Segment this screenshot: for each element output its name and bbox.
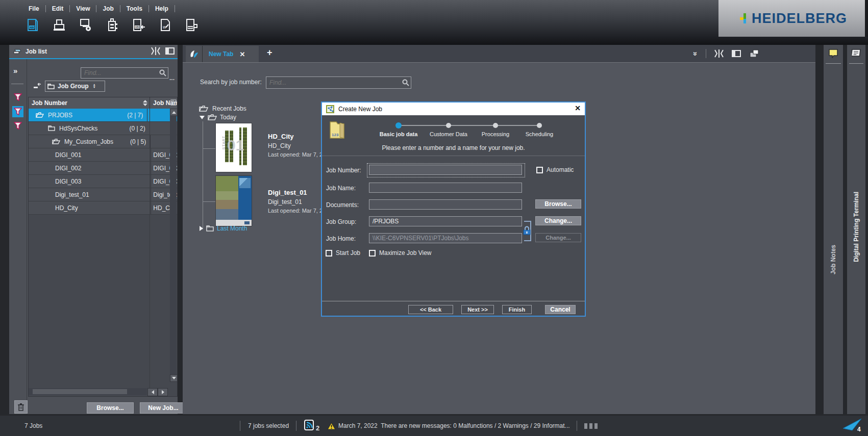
job-name-input[interactable] <box>369 183 522 193</box>
tab-new-tab[interactable]: New Tab ✕ <box>203 46 259 62</box>
collapse-panel-icon[interactable] <box>151 47 160 55</box>
tree-collapse-icon[interactable] <box>33 83 42 90</box>
documents-input[interactable] <box>369 199 522 210</box>
menu-view[interactable]: View <box>70 4 96 13</box>
browse-button[interactable]: Browse... <box>87 402 134 414</box>
maximize-job-view-option[interactable]: Maximize Job View <box>369 249 431 257</box>
filter-selected-icon[interactable] <box>12 106 23 117</box>
tab-close-icon[interactable]: ✕ <box>239 50 245 58</box>
search-icon[interactable] <box>402 79 409 86</box>
system-settings-icon[interactable] <box>79 17 93 34</box>
lock-icon[interactable] <box>523 226 531 235</box>
create-new-job-dialog: Create New Job ✕ 123 Basic job data Cust… <box>321 101 586 317</box>
brand-panel: HEIDELBERG <box>718 0 865 37</box>
column-job-number[interactable]: Job Number <box>29 97 150 109</box>
spinner-arrows-icon[interactable]: ▲▼ <box>93 84 96 89</box>
table-row[interactable]: HdSysChecks(0 | 2) <box>29 122 177 135</box>
job-group-input[interactable] <box>369 216 522 226</box>
device-icon[interactable] <box>105 17 119 34</box>
group-by-dropdown[interactable]: Job Group ▲▼ <box>45 81 105 92</box>
dialog-title-bar[interactable]: Create New Job ✕ <box>322 102 585 115</box>
column-job-name[interactable]: Job Name <box>150 97 177 109</box>
job-list-icon <box>13 48 21 55</box>
start-job-option[interactable]: Start Job <box>326 249 360 257</box>
new-job-icon[interactable]: ABC <box>26 17 40 34</box>
terminal-card-icon[interactable] <box>852 49 861 57</box>
terminal-side-tab[interactable]: Digital Printing Terminal <box>847 45 865 414</box>
status-message[interactable]: March 7, 2022 There are new messages: 0 … <box>338 422 570 429</box>
job-list-search-input[interactable] <box>81 67 168 79</box>
tab-label: New Tab <box>209 50 233 58</box>
overflow-indicator[interactable]: ... <box>169 74 175 82</box>
window-edge <box>865 0 868 37</box>
table-row[interactable]: HD_City HD_City <box>29 201 177 215</box>
search-icon[interactable] <box>159 69 166 76</box>
scrollbar-thumb[interactable] <box>33 389 127 394</box>
menu-edit[interactable]: Edit <box>46 4 70 13</box>
job-home-input <box>369 233 522 243</box>
import-job-icon[interactable]: ABC <box>132 17 146 34</box>
print-icon[interactable] <box>52 17 66 34</box>
expanded-arrow-icon[interactable] <box>200 116 205 119</box>
next-button[interactable]: Next >> <box>461 305 494 314</box>
recent-job-title[interactable]: Digi_test_01 <box>268 189 307 196</box>
scroll-left-icon[interactable] <box>147 388 158 396</box>
sticky-note-icon[interactable] <box>829 49 838 58</box>
cancel-button[interactable]: Cancel <box>545 305 576 314</box>
filter-icon[interactable] <box>12 120 23 132</box>
filter-icon[interactable] <box>12 92 23 103</box>
horizontal-scrollbar[interactable] <box>29 388 147 395</box>
delete-job-button[interactable] <box>14 400 28 414</box>
table-row[interactable]: DIGI_002 DIGI_002 <box>29 162 177 175</box>
maximize-job-view-checkbox[interactable] <box>369 250 376 257</box>
column-settings-icon[interactable] <box>170 99 177 106</box>
table-row[interactable]: PRJOBS(2 | 7) <box>29 109 177 122</box>
automatic-option[interactable]: Automatic <box>536 166 574 173</box>
table-row[interactable]: My_Custom_Jobs(0 | 5) <box>29 135 177 148</box>
collapse-panel-icon[interactable] <box>714 49 724 58</box>
table-row[interactable]: Digi_test_01 Digi_test_01 <box>29 188 177 201</box>
dialog-close-icon[interactable]: ✕ <box>575 104 581 112</box>
table-row[interactable]: DIGI_003 DIGI_003 <box>29 175 177 188</box>
float-panel-icon[interactable] <box>749 49 759 58</box>
jobs-selected: 7 jobs selected <box>248 422 289 429</box>
table-row[interactable]: DIGI_001 DIGI_001 <box>29 148 177 162</box>
status-grip-icon[interactable] <box>584 423 598 429</box>
menu-help[interactable]: Help <box>149 4 175 13</box>
sort-icon[interactable] <box>143 100 147 106</box>
scroll-down-icon[interactable] <box>170 374 178 382</box>
automatic-checkbox[interactable] <box>536 167 543 173</box>
home-tab[interactable] <box>186 46 203 62</box>
job-thumbnail-digi-test[interactable] <box>216 176 252 226</box>
finish-button[interactable]: Finish <box>502 305 532 314</box>
back-button[interactable]: << Back <box>408 305 453 314</box>
job-number-input[interactable] <box>369 165 522 175</box>
messages-icon[interactable] <box>304 420 315 432</box>
start-job-checkbox[interactable] <box>326 250 332 257</box>
add-tab-icon[interactable]: + <box>267 47 272 58</box>
dock-panel-icon[interactable] <box>732 49 741 58</box>
dock-panel-icon[interactable] <box>165 47 175 55</box>
badge-count: 4 <box>857 426 861 432</box>
sequence-icon[interactable] <box>185 17 199 34</box>
collapsed-arrow-icon[interactable] <box>200 226 203 231</box>
job-ticket-icon[interactable]: w <box>158 17 172 34</box>
last-month-node[interactable]: Last Month <box>200 225 247 232</box>
menu-tools[interactable]: Tools <box>120 4 148 13</box>
recent-jobs-node[interactable]: Recent Jobs <box>199 105 246 112</box>
documents-browse-button[interactable]: Browse... <box>535 199 581 209</box>
job-number-search-input[interactable] <box>266 76 411 89</box>
expand-rail-icon[interactable]: » <box>13 66 17 75</box>
job-notes-side-tab[interactable]: Job Notes <box>824 45 843 414</box>
vertical-scrollbar[interactable] <box>170 115 177 374</box>
recent-job-title[interactable]: HD_City <box>268 133 294 140</box>
job-thumbnail-hd-city[interactable]: START 01 <box>216 123 252 172</box>
menu-file[interactable]: File <box>22 4 45 13</box>
new-job-button[interactable]: New Job... <box>140 402 187 414</box>
job-group-change-button[interactable]: Change... <box>535 216 581 225</box>
scroll-right-icon[interactable] <box>158 388 168 396</box>
more-tabs-icon[interactable]: » <box>691 52 700 56</box>
today-node[interactable]: Today <box>200 114 236 121</box>
send-badge-icon[interactable]: 4 <box>842 417 863 432</box>
menu-job[interactable]: Job <box>96 4 119 13</box>
